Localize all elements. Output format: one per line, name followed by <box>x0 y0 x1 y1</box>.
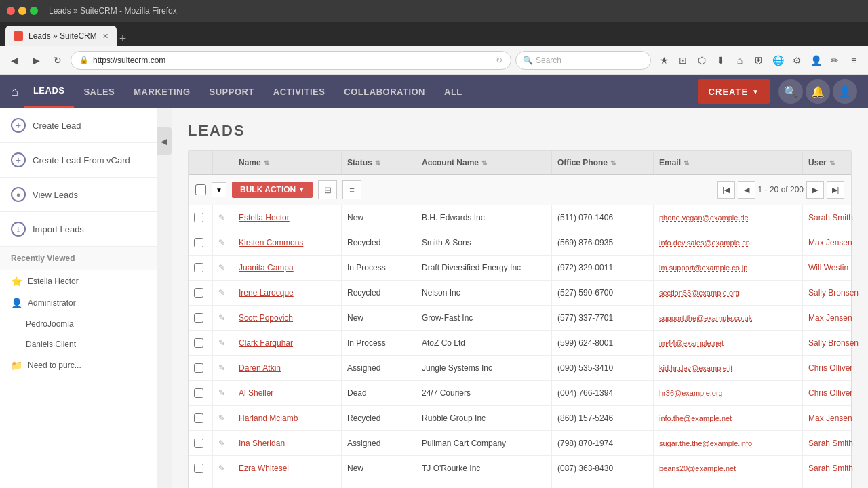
lead-user-link[interactable]: Max Jensen <box>808 313 852 323</box>
back-button[interactable]: ◀ <box>5 52 23 69</box>
minimize-window-button[interactable] <box>18 7 26 15</box>
nav-item-marketing[interactable]: MARKETING <box>124 75 199 108</box>
lead-user-link[interactable]: Max Jensen <box>808 238 852 247</box>
lead-user-link[interactable]: Sally Bronsen <box>808 288 859 298</box>
lead-email-link[interactable]: im44@example.net <box>659 339 724 347</box>
extensions-icon[interactable]: ⚙ <box>788 52 806 69</box>
browser-search-box[interactable]: 🔍 Search <box>515 51 651 70</box>
lead-name-link[interactable]: Harland Mclamb <box>239 413 298 423</box>
lead-email-link[interactable]: info.the@example.net <box>659 414 732 422</box>
nav-item-support[interactable]: SUPPORT <box>200 75 264 108</box>
lead-email-link[interactable]: phone.vegan@example.de <box>659 214 749 222</box>
lead-user-link[interactable]: Chris Olliver <box>808 388 852 398</box>
lead-name-link[interactable]: Ezra Whitesel <box>239 464 289 473</box>
close-window-button[interactable] <box>7 7 15 15</box>
browser-tab[interactable]: Leads » SuiteCRM ✕ <box>5 26 117 46</box>
edit-icon[interactable]: ✎ <box>218 363 225 373</box>
nav-item-all[interactable]: ALL <box>435 75 472 108</box>
lead-email-link[interactable]: hr36@example.org <box>659 389 723 397</box>
edit-icon[interactable]: ✎ <box>218 439 225 448</box>
nav-item-sales[interactable]: SALES <box>74 75 124 108</box>
th-email[interactable]: Email ⇅ <box>654 151 803 174</box>
edit-icon[interactable]: ✎ <box>218 388 225 398</box>
row-checkbox[interactable] <box>194 313 203 323</box>
lead-email-link[interactable]: beans20@example.net <box>659 464 736 472</box>
lead-email-link[interactable]: section53@example.org <box>659 289 740 297</box>
lead-name-link[interactable]: Juanita Campa <box>239 263 294 272</box>
app-home-icon[interactable]: ⌂ <box>11 85 18 99</box>
select-all-checkbox[interactable] <box>195 184 206 195</box>
first-page-button[interactable]: |◀ <box>717 181 735 199</box>
lead-user-link[interactable]: Sarah Smith <box>808 464 853 473</box>
sidebar-collapse-toggle[interactable]: ◀ <box>157 127 172 155</box>
edit-icon[interactable]: ✎ <box>218 413 225 423</box>
nav-item-collaboration[interactable]: COLLABORATION <box>334 75 435 108</box>
new-tab-button[interactable]: + <box>119 32 127 46</box>
th-account[interactable]: Account Name ⇅ <box>416 151 552 174</box>
lead-user-link[interactable]: Chris Olliver <box>808 363 852 373</box>
edit-icon[interactable]: ✎ <box>218 238 225 247</box>
lead-name-link[interactable]: Scott Popovich <box>239 313 293 323</box>
list-view-button[interactable]: ≡ <box>342 180 361 199</box>
row-checkbox[interactable] <box>194 464 203 473</box>
lead-email-link[interactable]: kid.hr.dev@example.it <box>659 364 732 372</box>
row-checkbox[interactable] <box>194 238 203 247</box>
user-profile-icon[interactable]: 👤 <box>833 79 857 104</box>
lead-user-link[interactable]: Sarah Smith <box>808 439 853 448</box>
edit-icon[interactable]: ✎ <box>218 464 225 473</box>
home-icon[interactable]: ⌂ <box>731 52 749 69</box>
lead-user-link[interactable]: Sarah Smith <box>808 213 853 222</box>
recently-viewed-daniels-client[interactable]: Daniels Client <box>0 334 157 354</box>
edit-icon[interactable]: ✎ <box>218 288 225 298</box>
row-checkbox[interactable] <box>194 363 203 373</box>
reader-view-icon[interactable]: ⊡ <box>674 52 692 69</box>
recently-viewed-pedrojoomla[interactable]: PedroJoomla <box>0 314 157 334</box>
row-checkbox[interactable] <box>194 213 203 222</box>
recently-viewed-need-to-purc[interactable]: 📁 Need to purc... <box>0 354 157 376</box>
lead-user-link[interactable]: Will Westin <box>808 263 848 272</box>
row-checkbox[interactable] <box>194 288 203 298</box>
edit-icon[interactable]: ✎ <box>218 313 225 323</box>
bulk-action-button[interactable]: BULK ACTION ▼ <box>232 182 313 198</box>
th-name[interactable]: Name ⇅ <box>233 151 342 174</box>
last-page-button[interactable]: ▶| <box>827 181 844 199</box>
lead-name-link[interactable]: Ina Sheridan <box>239 439 285 448</box>
lead-user-link[interactable]: Sally Bronsen <box>808 338 859 348</box>
menu-icon[interactable]: ≡ <box>845 52 863 69</box>
pencil-icon[interactable]: ✏ <box>826 52 844 69</box>
notifications-icon[interactable]: 🔔 <box>806 79 830 104</box>
sidebar-item-create-lead[interactable]: + Create Lead <box>0 108 157 143</box>
browser-icon[interactable]: 🌐 <box>769 52 787 69</box>
nav-item-leads[interactable]: LEADS <box>24 75 75 108</box>
bookmark-icon[interactable]: ★ <box>655 52 673 69</box>
address-box[interactable]: 🔒 https://suitecrm.com ↻ <box>71 51 511 70</box>
lead-name-link[interactable]: Daren Atkin <box>239 363 281 373</box>
sidebar-item-import-leads[interactable]: ↓ Import Leads <box>0 212 157 247</box>
lead-name-link[interactable]: Clark Farquhar <box>239 338 293 348</box>
tab-close-button[interactable]: ✕ <box>102 32 108 41</box>
pocket-icon[interactable]: ⬡ <box>693 52 711 69</box>
download-icon[interactable]: ⬇ <box>712 52 730 69</box>
recently-viewed-estella[interactable]: ⭐ Estella Hector <box>0 270 157 292</box>
forward-button[interactable]: ▶ <box>27 52 45 69</box>
create-button[interactable]: CREATE ▼ <box>698 79 770 104</box>
prev-page-button[interactable]: ◀ <box>738 181 755 199</box>
refresh-button[interactable]: ↻ <box>49 52 66 69</box>
search-nav-icon[interactable]: 🔍 <box>778 79 803 104</box>
th-user[interactable]: User ⇅ <box>803 151 868 174</box>
profile-icon[interactable]: 👤 <box>807 52 825 69</box>
row-checkbox[interactable] <box>194 263 203 272</box>
lead-name-link[interactable]: Irene Larocque <box>239 288 294 298</box>
row-checkbox[interactable] <box>194 388 203 398</box>
select-dropdown-button[interactable]: ▼ <box>212 182 226 197</box>
next-page-button[interactable]: ▶ <box>806 181 824 199</box>
lead-name-link[interactable]: Estella Hector <box>239 213 290 222</box>
refresh-inline-icon[interactable]: ↻ <box>496 56 502 65</box>
row-checkbox[interactable] <box>194 439 203 448</box>
sidebar-item-view-leads[interactable]: ● View Leads <box>0 178 157 212</box>
shield-icon[interactable]: ⛨ <box>750 52 768 69</box>
lead-email-link[interactable]: im.support@example.co.jp <box>659 264 747 272</box>
lead-email-link[interactable]: sugar.the.the@example.info <box>659 439 752 447</box>
row-checkbox[interactable] <box>194 338 203 348</box>
lead-user-link[interactable]: Max Jensen <box>808 413 852 423</box>
